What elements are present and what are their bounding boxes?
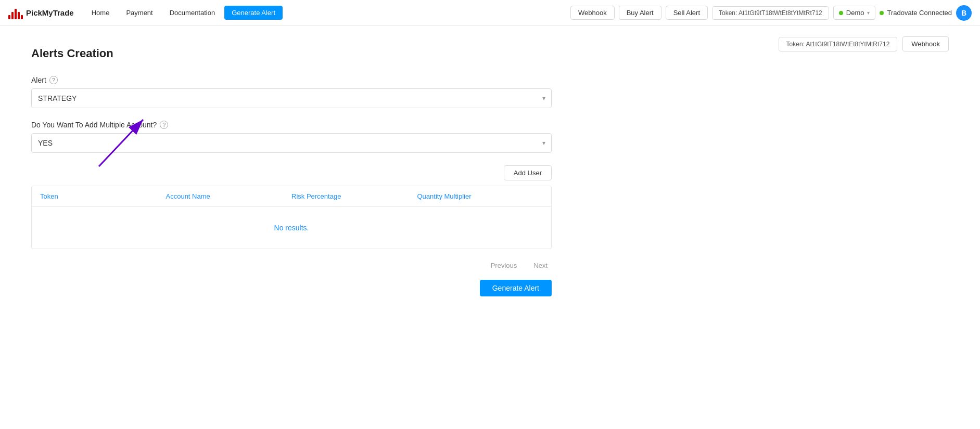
previous-button[interactable]: Previous (487, 259, 521, 271)
brand-name: PickMyTrade (26, 8, 74, 17)
nav-payment[interactable]: Payment (119, 6, 160, 20)
multiple-account-section: Do You Want To Add Multiple Account? ? Y… (31, 121, 697, 153)
alert-label: Alert ? (31, 76, 697, 84)
table-head: Token Account Name Risk Percentage Quant… (32, 186, 551, 207)
tradovate-status: Tradovate Connected (880, 9, 952, 17)
nav-documentation[interactable]: Documentation (162, 6, 222, 20)
page-title: Alerts Creation (31, 47, 697, 60)
nav-generate-alert[interactable]: Generate Alert (224, 6, 283, 20)
bar4 (18, 12, 20, 19)
multiple-account-help-icon[interactable]: ? (160, 121, 168, 129)
col-risk-percentage: Risk Percentage (291, 192, 417, 200)
bar3 (15, 9, 17, 19)
nav-links: Home Payment Documentation Generate Aler… (84, 6, 283, 20)
add-user-button[interactable]: Add User (504, 165, 552, 180)
page-token-badge: Token: At1tGt9tT18tWtEt8tYtMtRt712 (779, 37, 898, 51)
navbar: PickMyTrade Home Payment Documentation G… (0, 0, 980, 26)
bar2 (11, 12, 14, 19)
sell-alert-nav-btn[interactable]: Sell Alert (666, 6, 708, 20)
alert-select-wrapper: STRATEGY INDICATOR ▾ (31, 88, 552, 108)
top-right-actions: Token: At1tGt9tT18tWtEt8tYtMtRt712 Webho… (779, 36, 949, 51)
webhook-nav-btn[interactable]: Webhook (570, 6, 615, 20)
demo-dropdown[interactable]: Demo ▾ (833, 6, 876, 20)
table-header-row: Add User (31, 165, 552, 180)
pagination-row: Previous Next (31, 259, 552, 271)
multiple-account-select[interactable]: YES NO (31, 133, 552, 153)
nav-home[interactable]: Home (84, 6, 117, 20)
generate-alert-button[interactable]: Generate Alert (480, 280, 552, 296)
bar5 (21, 15, 23, 19)
table-body: No results. (32, 207, 551, 249)
main-content: Token: At1tGt9tT18tWtEt8tYtMtRt712 Webho… (0, 26, 729, 317)
generate-alert-row: Generate Alert (31, 280, 552, 296)
alert-help-icon[interactable]: ? (49, 76, 58, 84)
demo-label: Demo (846, 9, 864, 17)
brand: PickMyTrade (8, 7, 74, 19)
demo-status-dot (839, 11, 843, 15)
brand-icon (8, 7, 23, 19)
multiple-account-label: Do You Want To Add Multiple Account? ? (31, 121, 697, 129)
buy-alert-nav-btn[interactable]: Buy Alert (619, 6, 661, 20)
data-table: Token Account Name Risk Percentage Quant… (31, 186, 552, 249)
page-webhook-btn[interactable]: Webhook (902, 36, 949, 51)
tradovate-label: Tradovate Connected (887, 9, 952, 17)
tradovate-dot (880, 11, 884, 15)
bottom-actions: Previous Next Generate Alert (31, 259, 552, 296)
col-quantity-multiplier: Quantity Multiplier (417, 192, 543, 200)
multiple-account-select-wrapper: YES NO ▾ (31, 133, 552, 153)
avatar-btn[interactable]: B (956, 5, 972, 21)
no-results-text: No results. (274, 224, 309, 232)
bar1 (8, 15, 10, 19)
token-display: Token: At1tGt9tT18tWtEt8tYtMtRt712 (712, 6, 829, 20)
col-account-name: Account Name (166, 192, 292, 200)
col-token: Token (40, 192, 166, 200)
chevron-down-icon: ▾ (867, 10, 870, 16)
alert-field-section: Alert ? STRATEGY INDICATOR ▾ (31, 76, 697, 108)
navbar-right: Webhook Buy Alert Sell Alert Token: At1t… (570, 5, 972, 21)
alert-select[interactable]: STRATEGY INDICATOR (31, 88, 552, 108)
next-button[interactable]: Next (529, 259, 552, 271)
